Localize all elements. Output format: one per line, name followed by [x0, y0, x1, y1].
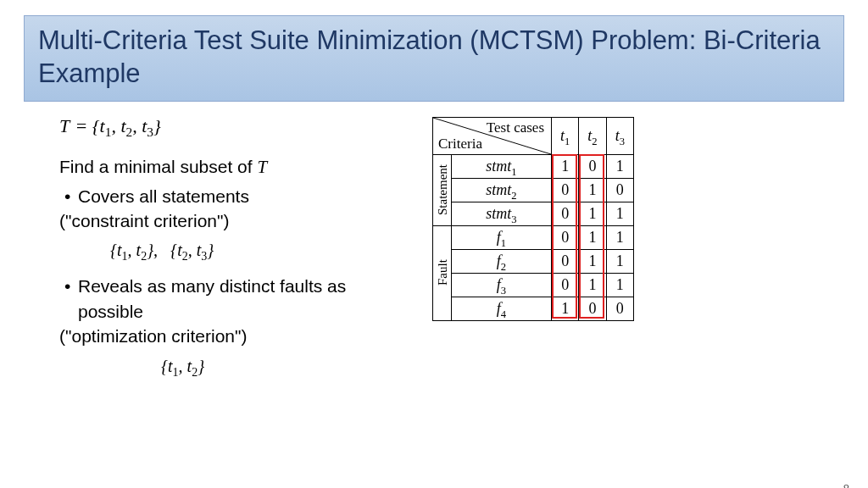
- bullet-constraint: Covers all statements: [59, 184, 398, 208]
- group-fault: Fault: [433, 225, 452, 320]
- cell: 0: [579, 297, 606, 320]
- row-f4-label: f4: [452, 297, 552, 320]
- coverage-table-wrap: Test cases Criteria t1 t2 t3 Statement s…: [424, 117, 634, 321]
- paren-optimization: ("optimization criterion"): [59, 324, 398, 348]
- cell: 1: [579, 249, 606, 273]
- bullet-optimization: Reveals as many distinct faults as possi…: [59, 274, 398, 324]
- diag-header: Test cases Criteria: [433, 117, 552, 154]
- coverage-table: Test cases Criteria t1 t2 t3 Statement s…: [432, 117, 634, 321]
- row-f3-label: f3: [452, 273, 552, 297]
- cell: 1: [579, 178, 606, 202]
- candidate-sets-1: {t1, t2}, {t2, t3}: [59, 238, 398, 262]
- cell: 1: [552, 154, 579, 178]
- cell: 1: [579, 202, 606, 225]
- page-number: 8: [843, 482, 849, 488]
- cell: 0: [552, 225, 579, 249]
- row-stmt2-label: stmt2: [452, 178, 552, 202]
- row-stmt1-label: stmt1: [452, 154, 552, 178]
- row-f1-label: f1: [452, 225, 552, 249]
- candidate-sets-2: {t1, t2}: [59, 354, 398, 378]
- col-t2: t2: [579, 117, 606, 154]
- cell: 1: [606, 249, 633, 273]
- cell: 1: [606, 273, 633, 297]
- cell: 0: [606, 178, 633, 202]
- left-column: T = {t1, t2, t3} Find a minimal subset o…: [59, 114, 398, 378]
- group-statement: Statement: [433, 154, 452, 225]
- eq-rhs: {t1, t2, t3}: [92, 115, 161, 136]
- cell: 0: [552, 249, 579, 273]
- row-stmt3-label: stmt3: [452, 202, 552, 225]
- col-t3: t3: [606, 117, 633, 154]
- slide-title: Multi-Criteria Test Suite Minimization (…: [38, 25, 830, 91]
- col-t1: t1: [552, 117, 579, 154]
- cell: 1: [552, 297, 579, 320]
- cell: 1: [606, 154, 633, 178]
- find-line: Find a minimal subset of T: [59, 154, 398, 180]
- cell: 0: [606, 297, 633, 320]
- title-bar: Multi-Criteria Test Suite Minimization (…: [24, 15, 844, 102]
- cell: 0: [579, 154, 606, 178]
- equation-T: T = {t1, t2, t3}: [59, 114, 398, 140]
- row-f2-label: f2: [452, 249, 552, 273]
- right-column: Test cases Criteria t1 t2 t3 Statement s…: [424, 114, 834, 378]
- cell: 0: [552, 202, 579, 225]
- cell: 1: [606, 202, 633, 225]
- cell: 1: [579, 273, 606, 297]
- cell: 0: [552, 178, 579, 202]
- cell: 0: [552, 273, 579, 297]
- cell: 1: [579, 225, 606, 249]
- cell: 1: [606, 225, 633, 249]
- paren-constraint: ("constraint criterion"): [59, 208, 398, 233]
